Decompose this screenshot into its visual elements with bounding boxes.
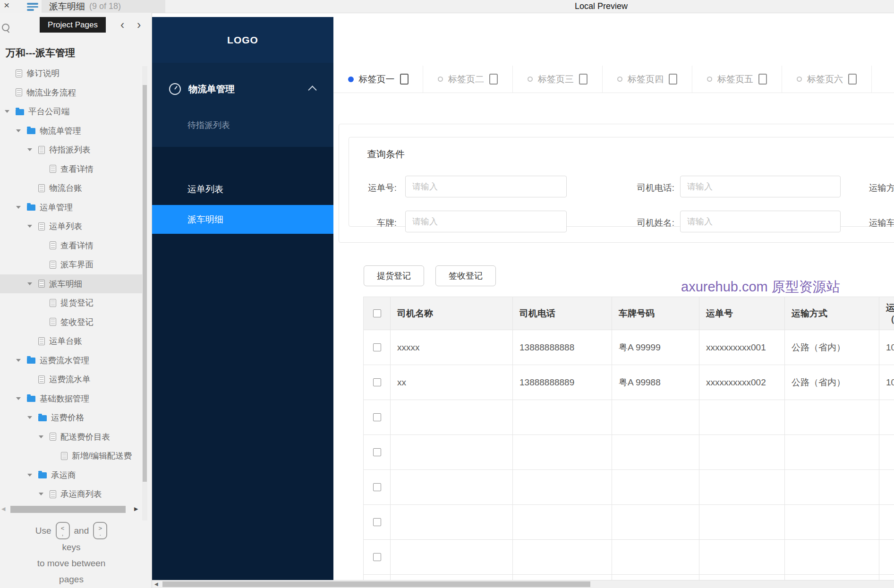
tree-item[interactable]: 承运商列表 bbox=[0, 485, 143, 504]
expand-arrow-icon[interactable] bbox=[27, 225, 38, 228]
tab-3[interactable]: 标签页三 bbox=[513, 66, 603, 93]
tree-item[interactable]: 修订说明 bbox=[0, 64, 143, 83]
menu-item-waybill-list[interactable]: 运单列表 bbox=[187, 183, 223, 196]
sign-register-button[interactable]: 签收登记 bbox=[435, 265, 496, 286]
expand-arrow-icon[interactable] bbox=[27, 148, 38, 151]
hint-line4: pages bbox=[0, 571, 143, 588]
menu-item-pending-dispatch[interactable]: 待指派列表 bbox=[187, 119, 230, 131]
expand-arrow-icon[interactable] bbox=[5, 110, 16, 113]
table-cell bbox=[612, 470, 699, 505]
tree-item[interactable]: 平台公司端 bbox=[0, 102, 143, 121]
comma-keycap: <, bbox=[56, 522, 70, 539]
tree-item[interactable]: 运单列表 bbox=[0, 217, 143, 236]
table-cell: 100 bbox=[879, 330, 894, 365]
tree-item[interactable]: 运单台账 bbox=[0, 332, 143, 351]
expand-arrow-icon[interactable] bbox=[27, 416, 38, 419]
tree-item[interactable]: 新增/编辑配送费 bbox=[0, 446, 143, 466]
tree-item[interactable]: 派车明细 bbox=[0, 274, 143, 294]
tab-5[interactable]: 标签页五 bbox=[692, 66, 782, 93]
tree-item[interactable]: 运费流水单 bbox=[0, 370, 143, 389]
expand-arrow-icon[interactable] bbox=[16, 129, 27, 132]
tree-item[interactable]: 运费流水管理 bbox=[0, 351, 143, 370]
table-cell: xxxxxxxxxx002 bbox=[699, 365, 785, 400]
tree-item[interactable]: 承运商 bbox=[0, 466, 143, 485]
prev-page-chevron[interactable]: ‹ bbox=[120, 19, 124, 30]
tree-item[interactable]: 提货登记 bbox=[0, 293, 143, 313]
table-cell bbox=[612, 505, 699, 540]
tree-item[interactable]: 基础数据管理 bbox=[0, 389, 143, 409]
driver-name-input[interactable] bbox=[680, 211, 841, 232]
expand-arrow-icon[interactable] bbox=[16, 359, 27, 362]
table-cell bbox=[879, 470, 894, 505]
panel-vertical-scrollbar-thumb[interactable] bbox=[143, 85, 147, 482]
expand-arrow-icon[interactable] bbox=[39, 493, 50, 495]
expand-arrow-icon[interactable] bbox=[16, 397, 27, 400]
close-icon[interactable]: × bbox=[4, 0, 9, 11]
tree-item[interactable]: 物流台账 bbox=[0, 179, 143, 198]
content-hscroll-thumb[interactable] bbox=[162, 581, 590, 587]
tree-item[interactable]: 物流单管理 bbox=[0, 121, 143, 141]
tree-item[interactable]: 签收登记 bbox=[0, 313, 143, 332]
tree-item[interactable]: 派车界面 bbox=[0, 255, 143, 274]
chevron-up-icon bbox=[308, 85, 316, 94]
tree-item[interactable]: 待指派列表 bbox=[0, 140, 143, 160]
table-cell bbox=[391, 505, 513, 540]
content-horizontal-scrollbar[interactable]: ◀ bbox=[152, 580, 894, 588]
row-checkbox[interactable] bbox=[373, 343, 381, 351]
table-cell bbox=[364, 330, 391, 365]
expand-arrow-icon[interactable] bbox=[27, 474, 38, 477]
panel-hscroll-left-icon[interactable]: ◀ bbox=[1, 506, 5, 512]
tab-1[interactable]: 标签页一 bbox=[333, 66, 423, 93]
page-icon bbox=[50, 261, 56, 269]
menu-item-logistics-orders[interactable]: 物流单管理 bbox=[152, 76, 333, 102]
hint-use: Use bbox=[35, 523, 51, 539]
tree-item[interactable]: 配送费价目表 bbox=[0, 427, 143, 447]
tab-page-icon bbox=[848, 74, 857, 85]
row-checkbox[interactable] bbox=[373, 448, 381, 456]
row-checkbox[interactable] bbox=[373, 483, 381, 491]
row-checkbox[interactable] bbox=[373, 378, 381, 386]
expand-arrow-icon[interactable] bbox=[39, 435, 50, 438]
search-icon[interactable] bbox=[2, 24, 9, 31]
folder-icon bbox=[27, 205, 35, 211]
panel-hscroll-right-icon[interactable]: ▶ bbox=[134, 506, 138, 512]
tab-2[interactable]: 标签页二 bbox=[423, 66, 513, 93]
pickup-register-button[interactable]: 提货登记 bbox=[364, 265, 424, 286]
tab-6[interactable]: 标签页六 bbox=[782, 66, 872, 93]
tab-label: 标签页六 bbox=[807, 73, 843, 85]
row-checkbox[interactable] bbox=[373, 413, 381, 421]
logo: LOGO bbox=[152, 17, 333, 63]
row-checkbox[interactable] bbox=[373, 309, 381, 317]
expand-arrow-icon[interactable] bbox=[16, 206, 27, 209]
tree-item[interactable]: 查看详情 bbox=[0, 236, 143, 256]
page-count: (9 of 18) bbox=[89, 1, 121, 11]
driver-phone-input[interactable] bbox=[680, 176, 841, 197]
menu-item-dispatch-detail[interactable]: 派车明细 bbox=[152, 205, 333, 234]
tab-4[interactable]: 标签页四 bbox=[603, 66, 692, 93]
current-page-pill: 派车明细 (9 of 18) bbox=[42, 0, 165, 13]
table-header-row: 司机名称司机电话车牌号码运单号运输方式运单 （派 bbox=[364, 297, 894, 330]
row-checkbox[interactable] bbox=[373, 553, 381, 561]
table-cell bbox=[785, 575, 879, 580]
expand-arrow-icon[interactable] bbox=[27, 282, 38, 285]
driver-phone-label: 司机电话: bbox=[609, 182, 674, 194]
tab-page-icon bbox=[400, 74, 409, 85]
tree-item[interactable]: 物流业务流程 bbox=[0, 83, 143, 102]
plate-input[interactable] bbox=[405, 211, 567, 232]
next-page-chevron[interactable]: › bbox=[137, 19, 141, 30]
tree-item-label: 承运商列表 bbox=[60, 488, 102, 500]
tree-item[interactable]: 运费价格 bbox=[0, 408, 143, 427]
period-keycap: >. bbox=[93, 522, 107, 539]
page-icon bbox=[16, 88, 22, 96]
table-cell bbox=[513, 435, 612, 470]
sitemap-toggle-icon[interactable] bbox=[27, 3, 39, 12]
panel-vertical-scrollbar[interactable] bbox=[142, 66, 147, 520]
tree-item[interactable]: 运单管理 bbox=[0, 198, 143, 217]
waybill-no-input[interactable] bbox=[405, 176, 567, 197]
tree-item[interactable]: 查看详情 bbox=[0, 160, 143, 179]
table-cell bbox=[391, 400, 513, 435]
content-hscroll-left-icon[interactable]: ◀ bbox=[154, 581, 158, 587]
row-checkbox[interactable] bbox=[373, 518, 381, 526]
table-cell bbox=[513, 470, 612, 505]
panel-hscroll-thumb[interactable] bbox=[10, 506, 126, 513]
